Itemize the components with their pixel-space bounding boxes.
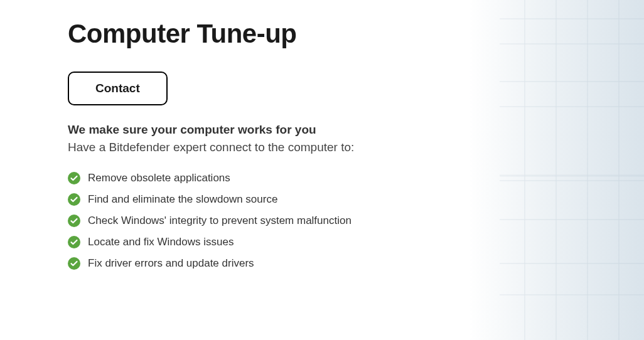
subtitle-bold: We make sure your computer works for you [68, 123, 576, 137]
feature-list: Remove obsolete applications Find and el… [68, 172, 576, 270]
list-item: Locate and fix Windows issues [68, 236, 576, 248]
feature-text: Fix driver errors and update drivers [88, 257, 254, 270]
check-circle-icon [68, 257, 80, 270]
check-circle-icon [68, 236, 80, 248]
contact-button[interactable]: Contact [68, 72, 168, 105]
feature-text: Locate and fix Windows issues [88, 236, 233, 248]
feature-text: Remove obsolete applications [88, 172, 230, 184]
list-item: Remove obsolete applications [68, 172, 576, 184]
check-circle-icon [68, 193, 80, 206]
list-item: Find and eliminate the slowdown source [68, 193, 576, 206]
check-circle-icon [68, 172, 80, 184]
feature-text: Find and eliminate the slowdown source [88, 193, 277, 206]
list-item: Fix driver errors and update drivers [68, 257, 576, 270]
list-item: Check Windows' integrity to prevent syst… [68, 215, 576, 227]
check-circle-icon [68, 215, 80, 227]
feature-text: Check Windows' integrity to prevent syst… [88, 215, 352, 227]
main-content: Computer Tune-up Contact We make sure yo… [0, 0, 644, 297]
subtitle-text: Have a Bitdefender expert connect to the… [68, 141, 576, 154]
page-title: Computer Tune-up [68, 19, 576, 49]
